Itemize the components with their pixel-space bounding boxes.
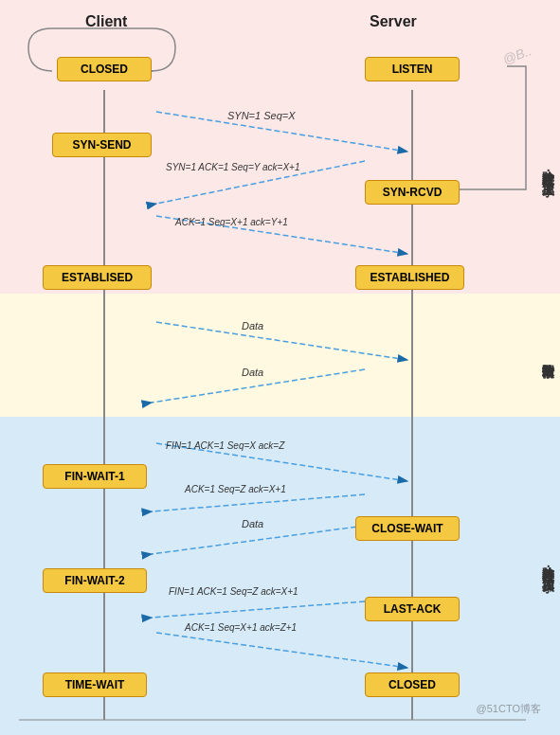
- client-closed-box: CLOSED: [57, 57, 152, 81]
- established-server-box: ESTABLISHED: [355, 265, 464, 290]
- last-ack-box: LAST-ACK: [365, 597, 460, 621]
- server-closed-box: CLOSED: [365, 672, 460, 697]
- client-header: Client: [85, 13, 127, 30]
- established-client-box: ESTABLISED: [43, 265, 152, 290]
- fin-wait1-box: FIN-WAIT-1: [43, 464, 147, 489]
- bg-data: [0, 294, 560, 417]
- close-wait-box: CLOSE-WAIT: [355, 516, 460, 541]
- data-label: 数据传输阶段: [539, 303, 556, 407]
- watermark2: @51CTO博客: [477, 702, 541, 716]
- fin-wait2-box: FIN-WAIT-2: [43, 568, 147, 593]
- syn-send-box: SYN-SEND: [52, 133, 152, 157]
- time-wait-box: TIME-WAIT: [43, 672, 147, 697]
- server-listen-box: LISTEN: [365, 57, 460, 81]
- server-header: Server: [370, 13, 417, 30]
- syn-rcvd-box: SYN-RCVD: [365, 180, 460, 205]
- termination-label: 连接释放阶段：四次挥手: [539, 426, 556, 701]
- connection-label: 连接建立阶段：三次握手: [539, 47, 556, 289]
- diagram-container: Client Server 连接建立阶段：三次握手 数据传输阶段 连接释放阶段：…: [0, 0, 560, 735]
